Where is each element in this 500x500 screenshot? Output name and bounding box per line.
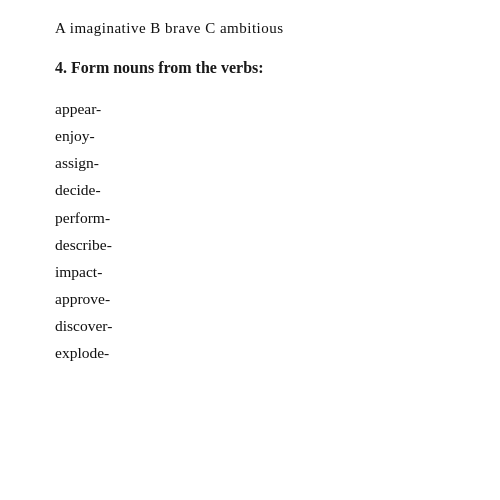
verb-list: appear-enjoy-assign-decide-perform-descr… xyxy=(55,95,460,366)
list-item: discover- xyxy=(55,312,460,339)
list-item: impact- xyxy=(55,258,460,285)
list-item: enjoy- xyxy=(55,122,460,149)
list-item: decide- xyxy=(55,176,460,203)
section-heading: 4. Form nouns from the verbs: xyxy=(55,59,460,77)
list-item: assign- xyxy=(55,149,460,176)
list-item: perform- xyxy=(55,204,460,231)
list-item: approve- xyxy=(55,285,460,312)
section-title: Form nouns from the verbs: xyxy=(71,59,264,76)
top-answer-line: A imaginative B brave C ambitious xyxy=(55,20,460,37)
list-item: explode- xyxy=(55,339,460,366)
list-item: appear- xyxy=(55,95,460,122)
page: A imaginative B brave C ambitious 4. For… xyxy=(0,0,500,500)
section-number: 4. xyxy=(55,59,67,76)
list-item: describe- xyxy=(55,231,460,258)
